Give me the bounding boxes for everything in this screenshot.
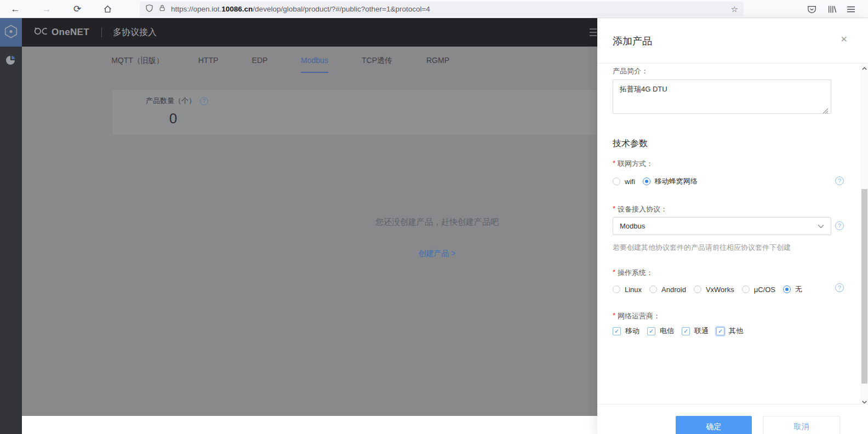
carrier-label: * 网络运营商： bbox=[613, 311, 660, 321]
intro-label: 产品简介： bbox=[613, 66, 648, 76]
shield-icon[interactable] bbox=[145, 4, 153, 15]
checkbox-other[interactable]: ✓ 其他 bbox=[716, 326, 743, 336]
checkbox-china-unicom[interactable]: ✓ 联通 bbox=[682, 326, 709, 336]
radio-android[interactable]: Android bbox=[649, 285, 686, 294]
pocket-icon[interactable] bbox=[804, 3, 819, 15]
partially-hidden-menu-icon bbox=[590, 28, 597, 36]
library-icon[interactable] bbox=[825, 3, 839, 15]
radio-linux[interactable]: Linux bbox=[613, 285, 642, 294]
protocol-hint: 若要创建其他协议套件的产品请前往相应协议套件下创建 bbox=[613, 243, 791, 253]
checkbox-china-telecom[interactable]: ✓ 电信 bbox=[647, 326, 674, 336]
checkbox-icon[interactable]: ✓ bbox=[613, 327, 621, 335]
browser-toolbar: ← → ⟳ https://open.iot.10086.cn/develop/… bbox=[0, 0, 868, 18]
product-count-label: 产品数量（个） bbox=[146, 96, 196, 106]
protocol-select[interactable]: Modbus bbox=[613, 217, 831, 235]
reload-icon[interactable]: ⟳ bbox=[70, 2, 85, 16]
empty-state-message: 您还没创建产品，赶快创建产品吧 bbox=[296, 217, 578, 227]
radio-icon[interactable] bbox=[742, 285, 750, 293]
resize-grip-icon[interactable] bbox=[823, 106, 829, 116]
screen: ← → ⟳ https://open.iot.10086.cn/develop/… bbox=[0, 0, 868, 434]
section-title-tech-params: 技术参数 bbox=[613, 138, 648, 150]
bookmark-star-icon[interactable]: ☆ bbox=[731, 4, 738, 14]
onenet-logo[interactable]: OneNET bbox=[34, 26, 89, 38]
cancel-button[interactable]: 取消 bbox=[763, 416, 840, 434]
drawer-title: 添加产品 bbox=[613, 35, 652, 48]
hexagon-logo-icon bbox=[4, 24, 18, 41]
app-title: 多协议接入 bbox=[113, 27, 157, 38]
tab-http[interactable]: HTTP bbox=[198, 56, 219, 65]
scrollbar-thumb[interactable] bbox=[861, 189, 867, 384]
tab-rgmp[interactable]: RGMP bbox=[426, 56, 449, 65]
scrollbar-up-icon[interactable] bbox=[861, 65, 868, 72]
radio-vxworks[interactable]: VxWorks bbox=[694, 285, 734, 294]
drawer-footer-divider bbox=[597, 404, 868, 404]
app-sidebar bbox=[0, 18, 22, 434]
os-label: * 操作系统： bbox=[613, 268, 653, 278]
chevron-down-icon bbox=[818, 222, 824, 230]
back-icon[interactable]: ← bbox=[8, 2, 23, 16]
checkbox-icon[interactable]: ✓ bbox=[647, 327, 655, 335]
radio-icon[interactable] bbox=[643, 178, 650, 185]
drawer-header-divider bbox=[597, 63, 868, 64]
carrier-options: ✓ 移动 ✓ 电信 ✓ 联通 ✓ 其他 bbox=[613, 326, 751, 336]
tab-edp[interactable]: EDP bbox=[252, 56, 268, 65]
top-nav: OneNET 多协议接入 bbox=[22, 18, 597, 47]
home-icon[interactable] bbox=[100, 2, 115, 16]
sidebar-item-overview[interactable] bbox=[0, 54, 22, 69]
checkbox-china-mobile[interactable]: ✓ 移动 bbox=[613, 326, 639, 336]
forward-icon[interactable]: → bbox=[39, 2, 54, 16]
protocol-label: * 设备接入协议： bbox=[613, 204, 667, 214]
network-mode-label: * 联网方式： bbox=[613, 159, 653, 169]
radio-icon[interactable] bbox=[694, 285, 701, 293]
radio-icon[interactable] bbox=[613, 285, 620, 293]
sidebar-item-home[interactable] bbox=[0, 18, 22, 47]
radio-icon[interactable] bbox=[649, 285, 657, 293]
radio-ucos[interactable]: μC/OS bbox=[742, 285, 775, 294]
os-options: Linux Android VxWorks μC/OS 无 bbox=[613, 284, 810, 294]
protocol-select-value: Modbus bbox=[620, 222, 645, 230]
brand-name: OneNET bbox=[52, 27, 89, 38]
scrollbar-down-icon[interactable] bbox=[861, 398, 868, 406]
confirm-button[interactable]: 确定 bbox=[676, 416, 752, 434]
radio-wifi[interactable]: wifi bbox=[613, 178, 635, 186]
pie-chart-icon bbox=[6, 55, 16, 67]
help-icon[interactable]: ? bbox=[200, 97, 208, 105]
lock-icon bbox=[158, 4, 166, 14]
onenet-logo-icon bbox=[34, 26, 48, 38]
tab-mqtt[interactable]: MQTT（旧版） bbox=[111, 56, 164, 66]
checkbox-icon[interactable]: ✓ bbox=[682, 327, 690, 335]
url-text: https://open.iot.10086.cn/develop/global… bbox=[171, 5, 430, 13]
help-icon[interactable]: ? bbox=[835, 176, 844, 185]
help-icon[interactable]: ? bbox=[835, 221, 844, 230]
radio-cellular[interactable]: 移动蜂窝网络 bbox=[643, 176, 698, 186]
tab-modbus[interactable]: Modbus bbox=[301, 56, 328, 65]
product-count-value: 0 bbox=[141, 110, 205, 127]
checkbox-icon[interactable]: ✓ bbox=[716, 327, 724, 335]
url-bar[interactable]: https://open.iot.10086.cn/develop/global… bbox=[140, 2, 744, 16]
close-icon[interactable]: × bbox=[841, 33, 847, 44]
menu-icon[interactable] bbox=[844, 3, 858, 15]
tab-tcp[interactable]: TCP透传 bbox=[362, 56, 392, 66]
radio-none[interactable]: 无 bbox=[783, 284, 802, 294]
help-icon[interactable]: ? bbox=[835, 283, 844, 292]
radio-icon[interactable] bbox=[613, 178, 620, 185]
network-mode-options: wifi 移动蜂窝网络 bbox=[613, 176, 705, 186]
nav-divider bbox=[101, 27, 102, 37]
product-intro-textarea[interactable]: 拓普瑞4G DTU bbox=[613, 79, 831, 114]
create-product-link[interactable]: 创建产品 > bbox=[296, 249, 578, 259]
radio-icon[interactable] bbox=[783, 285, 791, 293]
